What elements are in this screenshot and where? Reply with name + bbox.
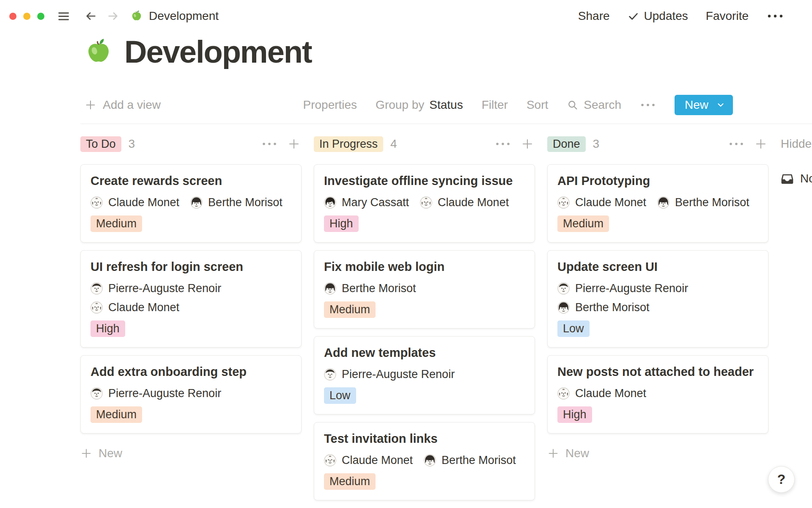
assignee: Pierre-Auguste Renoir [91, 387, 221, 400]
column-add-icon[interactable] [521, 138, 534, 150]
green-apple-icon[interactable] [84, 37, 113, 67]
filter-button[interactable]: Filter [482, 98, 508, 112]
search-icon [567, 99, 579, 111]
kanban-card[interactable]: Add new templates Pierre-Auguste Renoir … [314, 336, 535, 414]
kanban-card[interactable]: API Prototyping Claude MonetBerthe Moris… [547, 164, 768, 243]
renoir-avatar [91, 282, 103, 295]
assignee-name: Claude Monet [108, 301, 179, 314]
assignee: Claude Monet [557, 196, 646, 209]
column-cards: Investigate offline syncing issue Mary C… [314, 164, 535, 500]
card-title: Create rewards screen [91, 174, 291, 188]
card-title: Test invitation links [324, 431, 525, 446]
hidden-columns-label: Hidden columns [781, 136, 812, 152]
assignee: Pierre-Auguste Renoir [324, 368, 455, 381]
card-assignees: Berthe Morisot [324, 282, 525, 295]
window-titlebar: Development Share Updates Favorite [0, 0, 812, 32]
assignee-row: Pierre-Auguste Renoir [91, 282, 291, 295]
add-view-button[interactable]: Add a view [85, 98, 161, 112]
column-name-badge[interactable]: To Do [80, 136, 121, 152]
cassatt-avatar [324, 196, 336, 209]
assignee-name: Berthe Morisot [575, 301, 650, 314]
monet-avatar [557, 196, 570, 209]
card-assignees: Claude MonetBerthe Morisot [324, 454, 525, 467]
column-add-icon[interactable] [288, 138, 300, 150]
zoom-window-button[interactable] [37, 13, 44, 20]
kanban-card[interactable]: UI refresh for login screen Pierre-Augus… [80, 250, 302, 348]
priority-badge: Medium [91, 215, 142, 232]
column-more-icon[interactable] [495, 141, 511, 146]
add-card-button[interactable]: New [547, 447, 768, 460]
page-title: Development [124, 34, 312, 70]
assignee: Claude Monet [324, 454, 413, 467]
column-more-icon[interactable] [728, 141, 744, 146]
assignee-name: Berthe Morisot [675, 196, 749, 209]
updates-button[interactable]: Updates [628, 9, 688, 23]
column-name-badge[interactable]: In Progress [314, 136, 383, 152]
assignee-name: Berthe Morisot [208, 196, 283, 209]
assignee: Claude Monet [420, 196, 509, 209]
monet-avatar [324, 454, 336, 467]
kanban-card[interactable]: Update screen UI Pierre-Auguste RenoirBe… [547, 250, 768, 348]
minimize-window-button[interactable] [23, 13, 30, 20]
column-add-icon[interactable] [754, 138, 767, 150]
back-arrow-icon[interactable] [85, 10, 97, 22]
group-by-button[interactable]: Group by Status [376, 98, 463, 112]
properties-button[interactable]: Properties [303, 98, 357, 112]
assignee-name: Pierre-Auguste Renoir [108, 282, 221, 295]
renoir-avatar [557, 282, 570, 295]
assignee: Mary Cassatt [324, 196, 409, 209]
window-title: Development [149, 9, 219, 23]
board-column: To Do 3 Create rewards screen Claude Mon… [80, 136, 302, 460]
assignee-name: Pierre-Auguste Renoir [108, 387, 221, 400]
assignee: Claude Monet [91, 196, 179, 209]
column-more-icon[interactable] [261, 141, 277, 146]
search-button[interactable]: Search [567, 98, 621, 112]
close-window-button[interactable] [9, 13, 16, 20]
assignee: Pierre-Auguste Renoir [91, 282, 221, 295]
new-record-button[interactable]: New [675, 95, 733, 115]
sort-button[interactable]: Sort [527, 98, 548, 112]
kanban-card[interactable]: Investigate offline syncing issue Mary C… [314, 164, 535, 243]
card-assignees: Pierre-Auguste Renoir [324, 368, 525, 381]
priority-badge: Medium [557, 215, 609, 232]
kanban-card[interactable]: New posts not attached to header Claude … [547, 355, 768, 433]
kanban-board: To Do 3 Create rewards screen Claude Mon… [80, 136, 812, 500]
column-header: In Progress 4 [314, 136, 535, 152]
hidden-columns-section: Hidden columns No Status [781, 136, 812, 185]
add-card-button[interactable]: New [80, 447, 302, 460]
window-more-icon[interactable] [766, 13, 784, 19]
assignee: Claude Monet [91, 301, 179, 314]
favorite-button[interactable]: Favorite [706, 9, 749, 23]
card-title: Add new templates [324, 345, 525, 360]
assignee: Berthe Morisot [324, 282, 416, 295]
assignee-row: Pierre-Auguste Renoir [324, 368, 525, 381]
plus-icon [85, 99, 96, 111]
priority-badge: High [91, 320, 125, 337]
kanban-card[interactable]: Fix mobile web login Berthe Morisot Medi… [314, 250, 535, 329]
card-assignees: Pierre-Auguste RenoirBerthe Morisot [557, 282, 758, 314]
assignee-row: Claude MonetBerthe Morisot [91, 196, 291, 209]
priority-badge: Medium [324, 473, 376, 490]
menu-icon[interactable] [57, 10, 70, 23]
share-button[interactable]: Share [578, 9, 610, 23]
kanban-card[interactable]: Create rewards screen Claude MonetBerthe… [80, 164, 302, 243]
traffic-lights [9, 13, 44, 20]
column-count: 3 [129, 137, 135, 151]
kanban-card[interactable]: Add extra onboarding step Pierre-Auguste… [80, 355, 302, 433]
column-count: 4 [390, 137, 397, 151]
assignee-name: Claude Monet [575, 196, 646, 209]
breadcrumb[interactable]: Development [130, 9, 219, 23]
assignee: Berthe Morisot [424, 454, 516, 467]
card-title: Fix mobile web login [324, 260, 525, 274]
assignee-name: Claude Monet [575, 387, 646, 400]
card-title: API Prototyping [557, 174, 758, 188]
forward-arrow-icon[interactable] [107, 10, 119, 22]
check-icon [628, 11, 639, 22]
hidden-column-no-status[interactable]: No Status [781, 172, 812, 185]
column-name-badge[interactable]: Done [547, 136, 586, 152]
card-assignees: Mary CassattClaude Monet [324, 196, 525, 209]
kanban-card[interactable]: Test invitation links Claude MonetBerthe… [314, 422, 535, 500]
view-more-icon[interactable] [640, 102, 656, 108]
assignee-name: Pierre-Auguste Renoir [342, 368, 455, 381]
help-button[interactable]: ? [768, 466, 795, 493]
